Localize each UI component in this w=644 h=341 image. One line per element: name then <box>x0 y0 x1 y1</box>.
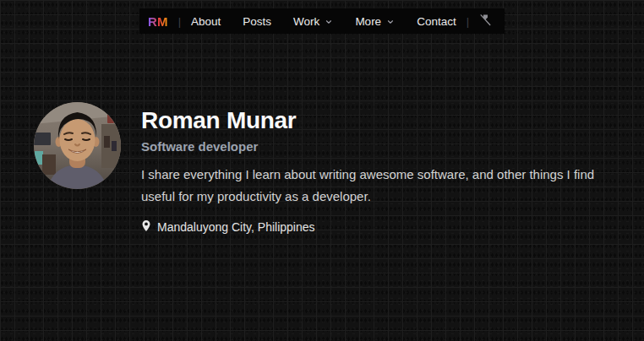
nav-item-work[interactable]: Work <box>293 15 333 28</box>
map-pin-icon <box>141 219 151 235</box>
nav-item-more[interactable]: More <box>355 15 395 28</box>
nav-divider: | <box>178 15 181 28</box>
profile-job-title: Software developer <box>141 139 614 154</box>
chevron-down-icon <box>386 18 395 26</box>
avatar <box>34 102 121 189</box>
site-logo[interactable]: RM <box>148 14 168 29</box>
flashlight-off-button[interactable] <box>479 14 492 29</box>
profile-name: Roman Munar <box>141 108 614 134</box>
profile-hero: Roman Munar Software developer I share e… <box>34 102 614 235</box>
profile-location-text: Mandaluyong City, Philippines <box>157 220 315 234</box>
avatar-illustration <box>34 102 121 189</box>
nav-item-contact[interactable]: Contact <box>417 15 456 28</box>
nav-item-about[interactable]: About <box>191 15 221 28</box>
nav-item-posts[interactable]: Posts <box>243 15 271 28</box>
nav-links: About Posts Work More Contact <box>191 15 456 28</box>
profile-text: Roman Munar Software developer I share e… <box>141 102 614 235</box>
chevron-down-icon <box>325 18 333 26</box>
flashlight-off-icon <box>479 14 492 29</box>
profile-bio: I share everything I learn about writing… <box>141 164 611 208</box>
nav-divider: | <box>467 15 469 28</box>
profile-location: Mandaluyong City, Philippines <box>141 219 614 235</box>
top-navigation: RM | About Posts Work More Contact | <box>139 8 505 34</box>
